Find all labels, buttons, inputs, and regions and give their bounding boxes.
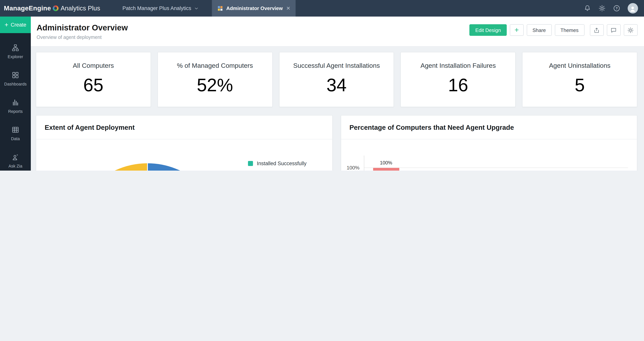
comments-button[interactable] xyxy=(607,24,620,36)
bar-plot-area: 100%92%78%75%67%26% xyxy=(364,156,628,170)
dashboard-icon xyxy=(217,6,223,11)
kpi-value: 52% xyxy=(197,74,233,96)
tab-administrator-overview[interactable]: Administrator Overview ✕ xyxy=(212,0,296,16)
legend-label: Installed Successfully xyxy=(257,160,306,166)
legend-swatch xyxy=(248,161,253,166)
header-actions: Edit Design + Share Themes xyxy=(470,24,638,36)
kpi-card-all-computers: All Computers 65 xyxy=(36,52,151,107)
user-avatar[interactable] xyxy=(628,3,638,14)
close-icon[interactable]: ✕ xyxy=(286,6,290,11)
topbar: ManageEngine Analytics Plus Patch Manage… xyxy=(0,0,644,16)
kpi-card-uninstallations: Agent Uninstallations 5 xyxy=(522,52,637,107)
pie-slice-yet-to-install[interactable] xyxy=(89,163,148,170)
sidebar-item-label: Data xyxy=(11,136,20,141)
sidebar-item-dashboards[interactable]: Dashboards xyxy=(0,65,31,92)
sidebar-item-ask-zia[interactable]: Ask Zia xyxy=(0,147,31,170)
settings-gear-icon[interactable] xyxy=(598,4,606,12)
pie-chart-panel: Extent of Agent Deployment 24.6%52.3%7.7… xyxy=(36,115,332,170)
chevron-down-icon xyxy=(194,6,198,10)
kpi-value: 16 xyxy=(448,74,468,96)
pie-panel-title: Extent of Agent Deployment xyxy=(36,116,332,140)
bar-panel-title: Percentage of Computers that Need Agent … xyxy=(341,116,637,140)
person-icon xyxy=(629,5,636,13)
brand-logo[interactable]: ManageEngine Analytics Plus xyxy=(4,4,101,12)
help-icon[interactable] xyxy=(613,4,620,12)
bar-chart-panel: Percentage of Computers that Need Agent … xyxy=(340,115,637,170)
topbar-actions xyxy=(584,3,638,14)
bar-y-axis-labels: 0%20%40%60%80%100% xyxy=(341,156,360,170)
create-button-label: Create xyxy=(10,22,26,28)
kpi-title: % of Managed Computers xyxy=(177,62,253,70)
page-header: Administrator Overview Overview of agent… xyxy=(31,16,644,46)
kpi-title: Agent Uninstallations xyxy=(549,62,610,70)
notifications-bell-icon[interactable] xyxy=(584,4,591,12)
sidebar-item-data[interactable]: Data xyxy=(0,120,31,147)
share-button[interactable]: Share xyxy=(527,24,552,36)
gridline-100% xyxy=(364,168,628,168)
sidebar: + Create Explorer Dashboards Reports xyxy=(0,16,31,170)
data-table-icon xyxy=(12,126,19,134)
pie-legend: Installed SuccessfullyUninstallation Fai… xyxy=(248,160,313,170)
kpi-title: All Computers xyxy=(73,62,114,70)
kpi-title: Successful Agent Installations xyxy=(293,62,380,70)
kpi-value: 65 xyxy=(83,74,104,96)
app-window: ManageEngine Analytics Plus Patch Manage… xyxy=(0,0,644,170)
edit-design-button[interactable]: Edit Design xyxy=(470,24,507,36)
sidebar-item-label: Explorer xyxy=(8,54,23,59)
bar-value-label: 100% xyxy=(364,160,408,166)
export-icon xyxy=(593,27,600,33)
reports-bars-icon xyxy=(12,98,19,106)
bar-head-quaters[interactable] xyxy=(373,168,399,170)
pie-panel-body: 24.6%52.3%7.7%13.8% Installed Successful… xyxy=(36,140,332,170)
page-subtitle: Overview of agent deployment xyxy=(36,35,128,40)
sidebar-item-reports[interactable]: Reports xyxy=(0,92,31,120)
y-tick-label: 100% xyxy=(347,165,360,170)
dashboard-settings-button[interactable] xyxy=(624,24,638,36)
manageengine-logo-icon xyxy=(53,6,59,11)
explorer-icon xyxy=(12,44,19,52)
comment-icon xyxy=(610,27,617,33)
sidebar-item-label: Reports xyxy=(8,109,23,114)
brand-product: Analytics Plus xyxy=(61,4,100,12)
workspace-selector[interactable]: Patch Manager Plus Analytics xyxy=(122,6,198,11)
ask-zia-icon xyxy=(12,153,19,161)
charts-row: Extent of Agent Deployment 24.6%52.3%7.7… xyxy=(36,115,637,170)
gear-icon xyxy=(627,27,634,33)
main-area: Administrator Overview Overview of agent… xyxy=(31,16,644,170)
workspace-name: Patch Manager Plus Analytics xyxy=(122,6,191,11)
kpi-value: 5 xyxy=(575,74,585,96)
add-button[interactable]: + xyxy=(510,24,524,36)
dashboard-content: All Computers 65 % of Managed Computers … xyxy=(31,46,644,170)
bar-panel-body: 0%20%40%60%80%100% 100%92%78%75%67%26% H… xyxy=(341,140,637,170)
create-button[interactable]: + Create xyxy=(0,16,31,33)
sidebar-nav: Explorer Dashboards Reports Data Ask Zia xyxy=(0,38,31,170)
page-title: Administrator Overview xyxy=(36,23,128,32)
sidebar-item-label: Ask Zia xyxy=(8,164,22,168)
pie-slice-installation-failed[interactable] xyxy=(148,163,224,170)
brand-name: ManageEngine xyxy=(4,4,51,12)
kpi-row: All Computers 65 % of Managed Computers … xyxy=(36,52,637,107)
tab-label: Administrator Overview xyxy=(226,6,283,11)
kpi-card-successful-installations: Successful Agent Installations 34 xyxy=(279,52,394,107)
sidebar-item-explorer[interactable]: Explorer xyxy=(0,38,31,65)
plus-icon: + xyxy=(4,22,8,28)
kpi-value: 34 xyxy=(326,74,347,96)
kpi-card-installation-failures: Agent Installation Failures 16 xyxy=(401,52,516,107)
dashboards-grid-icon xyxy=(12,71,19,79)
pie-chart-svg: 24.6%52.3%7.7%13.8% xyxy=(66,159,228,170)
sidebar-item-label: Dashboards xyxy=(4,82,26,86)
kpi-card-managed-computers: % of Managed Computers 52% xyxy=(158,52,272,107)
legend-item-installed-successfully[interactable]: Installed Successfully xyxy=(248,160,313,166)
kpi-title: Agent Installation Failures xyxy=(420,62,496,70)
export-button[interactable] xyxy=(590,24,604,36)
themes-button[interactable]: Themes xyxy=(555,24,584,36)
